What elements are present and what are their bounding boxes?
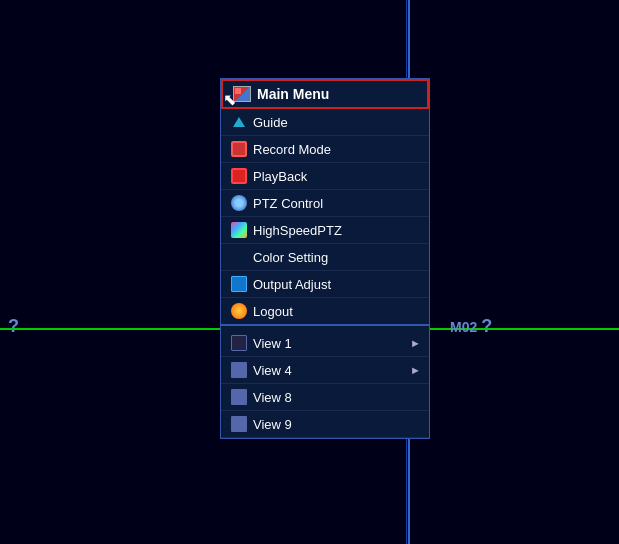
- record-mode-label: Record Mode: [253, 142, 331, 157]
- view1-arrow: ►: [410, 337, 421, 349]
- main-menu-title: Main Menu: [257, 86, 329, 102]
- menu-item-logout[interactable]: Logout: [221, 298, 429, 326]
- view4-label: View 4: [253, 363, 292, 378]
- menu-item-highspeed-ptz[interactable]: HighSpeedPTZ: [221, 217, 429, 244]
- view4-icon: [231, 362, 247, 378]
- highspeed-label: HighSpeedPTZ: [253, 223, 342, 238]
- question-mark-left: ?: [8, 316, 19, 337]
- ptz-icon: [231, 195, 247, 211]
- menu-item-view4[interactable]: View 4 ►: [221, 357, 429, 384]
- menu-item-view8[interactable]: View 8: [221, 384, 429, 411]
- menu-item-playback[interactable]: PlayBack: [221, 163, 429, 190]
- logout-label: Logout: [253, 304, 293, 319]
- record-icon: [231, 141, 247, 157]
- menu-item-view1[interactable]: View 1 ►: [221, 330, 429, 357]
- menu-item-record-mode[interactable]: Record Mode: [221, 136, 429, 163]
- view9-label: View 9: [253, 417, 292, 432]
- m02-label: M02 ?: [450, 316, 492, 337]
- output-icon: [231, 276, 247, 292]
- color-icon: [231, 249, 247, 265]
- highspeed-icon: [231, 222, 247, 238]
- view8-label: View 8: [253, 390, 292, 405]
- view4-arrow: ►: [410, 364, 421, 376]
- color-setting-label: Color Setting: [253, 250, 328, 265]
- menu-item-ptz[interactable]: PTZ Control: [221, 190, 429, 217]
- logout-icon: [231, 303, 247, 319]
- output-adjust-label: Output Adjust: [253, 277, 331, 292]
- view8-icon: [231, 389, 247, 405]
- guide-label: Guide: [253, 115, 288, 130]
- view1-icon: [231, 335, 247, 351]
- view9-icon: [231, 416, 247, 432]
- guide-icon: [231, 114, 247, 130]
- ptz-label: PTZ Control: [253, 196, 323, 211]
- playback-label: PlayBack: [253, 169, 307, 184]
- menu-item-view9[interactable]: View 9: [221, 411, 429, 438]
- main-menu-header[interactable]: Main Menu: [221, 79, 429, 109]
- menu-item-output-adjust[interactable]: Output Adjust: [221, 271, 429, 298]
- view1-label: View 1: [253, 336, 292, 351]
- menu-item-color-setting[interactable]: Color Setting: [221, 244, 429, 271]
- context-menu: Main Menu Guide Record Mode PlayBack PTZ…: [220, 78, 430, 439]
- playback-icon: [231, 168, 247, 184]
- menu-item-guide[interactable]: Guide: [221, 109, 429, 136]
- main-menu-icon: [233, 86, 251, 102]
